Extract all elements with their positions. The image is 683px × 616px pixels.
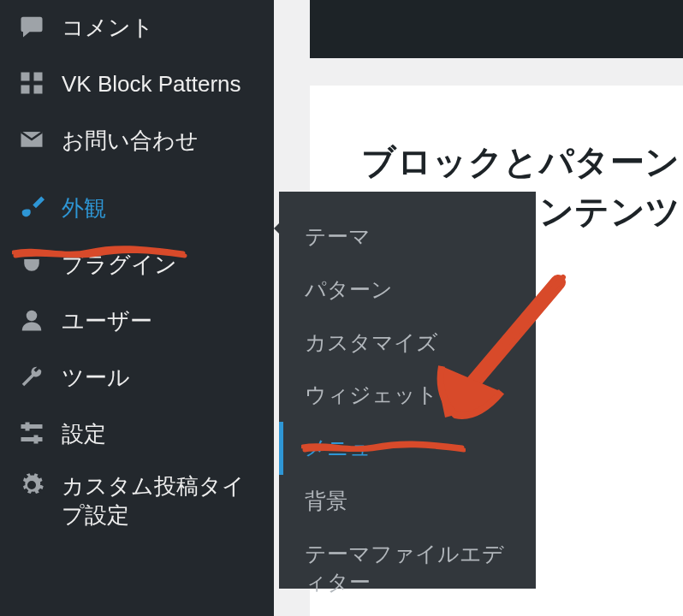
sidebar-item-contact[interactable]: お問い合わせ <box>0 113 274 169</box>
sidebar-item-appearance[interactable]: 外観 <box>0 181 274 237</box>
sidebar-item-label: カスタム投稿タイプ設定 <box>62 472 260 530</box>
sidebar-item-label: お問い合わせ <box>62 127 260 156</box>
svg-rect-6 <box>21 437 43 441</box>
admin-sidebar: コメント VK Block Patterns お問い合わせ 外観 プラグイン ユ… <box>0 0 274 616</box>
plugin-icon <box>19 251 45 276</box>
svg-rect-5 <box>21 424 43 429</box>
content-heading-line1: ブロックとパターン <box>361 143 680 181</box>
appearance-submenu: テーマ パターン カスタマイズ ウィジェット メニュー 背景 テーマファイルエデ… <box>279 192 536 589</box>
sidebar-item-label: 設定 <box>62 420 260 449</box>
gear-icon <box>19 472 45 498</box>
sidebar-item-settings[interactable]: 設定 <box>0 406 274 463</box>
svg-rect-0 <box>21 72 30 80</box>
sidebar-item-comments[interactable]: コメント <box>0 0 274 56</box>
sidebar-item-label: ユーザー <box>62 307 260 336</box>
sidebar-item-plugins[interactable]: プラグイン <box>0 237 274 293</box>
sidebar-item-users[interactable]: ユーザー <box>0 293 274 350</box>
svg-point-4 <box>27 311 38 322</box>
sidebar-item-label: 外観 <box>62 194 260 223</box>
sidebar-item-label: ツール <box>62 364 260 393</box>
submenu-item-menus[interactable]: メニュー <box>279 422 536 475</box>
sidebar-item-label: VK Block Patterns <box>62 70 260 99</box>
svg-rect-2 <box>21 85 30 93</box>
svg-rect-1 <box>34 72 43 80</box>
mail-icon <box>19 127 45 152</box>
sidebar-item-label: プラグイン <box>62 251 260 280</box>
submenu-item-background[interactable]: 背景 <box>279 475 536 528</box>
svg-rect-3 <box>34 85 43 93</box>
grid-icon <box>19 70 45 96</box>
submenu-item-patterns[interactable]: パターン <box>279 264 536 317</box>
svg-rect-7 <box>26 422 30 430</box>
sidebar-item-label: コメント <box>62 14 260 43</box>
sliders-icon <box>19 420 45 446</box>
comment-icon <box>19 14 45 39</box>
sidebar-item-tools[interactable]: ツール <box>0 350 274 406</box>
submenu-item-theme-editor[interactable]: テーマファイルエディター <box>279 528 536 610</box>
hero-dark-banner <box>310 0 683 58</box>
submenu-item-themes[interactable]: テーマ <box>279 210 536 264</box>
submenu-item-widgets[interactable]: ウィジェット <box>279 369 536 422</box>
user-icon <box>19 307 45 333</box>
brush-icon <box>19 194 45 220</box>
sidebar-item-cpt-settings[interactable]: カスタム投稿タイプ設定 <box>0 462 274 541</box>
sidebar-item-vk-block-patterns[interactable]: VK Block Patterns <box>0 56 274 113</box>
svg-rect-8 <box>34 435 39 443</box>
wrench-icon <box>19 364 45 389</box>
submenu-item-customize[interactable]: カスタマイズ <box>279 317 536 370</box>
